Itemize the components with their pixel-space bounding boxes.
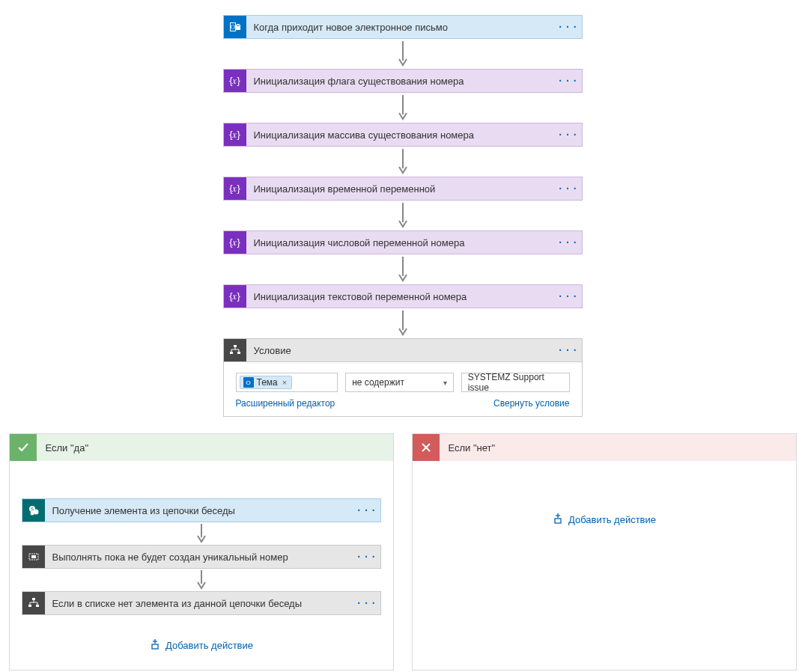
variable-step[interactable]: {𝑥} Инициализация текстовой переменной н… bbox=[223, 284, 583, 308]
operator-value: не содержит bbox=[352, 377, 404, 388]
step-menu-button[interactable]: · · · bbox=[353, 551, 380, 563]
svg-rect-15 bbox=[230, 352, 233, 354]
svg-rect-23 bbox=[31, 555, 36, 558]
add-action-button[interactable]: Добавить действие bbox=[552, 513, 656, 526]
condition-left-operand[interactable]: O Тема × bbox=[236, 373, 338, 392]
svg-rect-25 bbox=[32, 598, 35, 600]
branch-no: Если "нет" Добавить действие bbox=[412, 433, 797, 671]
step-menu-button[interactable]: · · · bbox=[353, 504, 380, 516]
svg-text:O: O bbox=[231, 24, 235, 31]
condition-branches: Если "да" S Получение элемента из цепочк… bbox=[6, 433, 799, 671]
svg-rect-30 bbox=[28, 605, 31, 607]
svg-rect-37 bbox=[555, 519, 561, 523]
add-action-button[interactable]: Добавить действие bbox=[149, 639, 253, 652]
arrow-icon bbox=[398, 308, 408, 338]
svg-rect-31 bbox=[36, 605, 39, 607]
loop-icon bbox=[22, 546, 45, 568]
branch-yes: Если "да" S Получение элемента из цепочк… bbox=[9, 433, 394, 671]
arrow-icon bbox=[398, 147, 408, 177]
branch-no-title: Если "нет" bbox=[440, 442, 505, 453]
svg-rect-10 bbox=[234, 345, 237, 347]
variable-step[interactable]: {𝑥} Инициализация временной переменной ·… bbox=[223, 177, 583, 201]
add-action-icon bbox=[552, 513, 564, 526]
condition-icon bbox=[22, 592, 45, 614]
step-menu-button[interactable]: · · · bbox=[555, 21, 582, 33]
arrow-icon bbox=[398, 201, 408, 230]
flow-canvas: O Когда приходит новое электронное письм… bbox=[6, 15, 799, 671]
svg-point-18 bbox=[33, 510, 38, 515]
condition-card: Условие · · · O Тема × не содержит ▾ SYS… bbox=[223, 338, 583, 417]
condition-icon bbox=[224, 339, 246, 361]
step-title: Инициализация массива существования номе… bbox=[246, 129, 555, 141]
step-title: Инициализация текстовой переменной номер… bbox=[246, 291, 555, 302]
condition-operator-select[interactable]: не содержит ▾ bbox=[345, 373, 454, 392]
collapse-condition-link[interactable]: Свернуть условие bbox=[493, 398, 569, 409]
step-title: Если в списке нет элемента из данной цеп… bbox=[45, 598, 353, 609]
nested-condition-step[interactable]: Если в списке нет элемента из данной цеп… bbox=[22, 591, 381, 615]
outlook-icon: O bbox=[243, 377, 254, 388]
sharepoint-icon: S bbox=[22, 499, 45, 522]
add-action-label: Добавить действие bbox=[165, 640, 253, 651]
check-icon bbox=[10, 434, 37, 461]
variable-icon: {𝑥} bbox=[224, 70, 246, 92]
step-title: Инициализация флага существования номера bbox=[246, 76, 555, 87]
variable-icon: {𝑥} bbox=[224, 123, 246, 146]
variable-step[interactable]: {𝑥} Инициализация массива существования … bbox=[223, 123, 583, 147]
condition-value: SYSTEMZ Support issue bbox=[468, 372, 563, 393]
loop-step[interactable]: Выполнять пока не будет создан уникальны… bbox=[22, 545, 381, 569]
step-menu-button[interactable]: · · · bbox=[555, 183, 582, 195]
step-menu-button[interactable]: · · · bbox=[555, 236, 582, 248]
step-menu-button[interactable]: · · · bbox=[555, 129, 582, 141]
chevron-down-icon: ▾ bbox=[443, 379, 447, 387]
condition-title: Условие bbox=[246, 345, 555, 356]
trigger-title: Когда приходит новое электронное письмо bbox=[246, 22, 555, 33]
condition-header[interactable]: Условие · · · bbox=[224, 339, 582, 362]
step-title: Инициализация временной переменной bbox=[246, 183, 555, 195]
arrow-icon bbox=[398, 93, 408, 123]
sharepoint-step[interactable]: S Получение элемента из цепочки беседы ·… bbox=[22, 498, 381, 522]
step-title: Инициализация числовой переменной номера bbox=[246, 237, 555, 248]
variable-icon: {𝑥} bbox=[224, 177, 246, 200]
variable-step[interactable]: {𝑥} Инициализация числовой переменной но… bbox=[223, 230, 583, 254]
variable-icon: {𝑥} bbox=[224, 285, 246, 308]
variable-step[interactable]: {𝑥} Инициализация флага существования но… bbox=[223, 69, 583, 93]
trigger-step[interactable]: O Когда приходит новое электронное письм… bbox=[223, 15, 583, 39]
add-action-icon bbox=[149, 639, 161, 652]
token-remove-button[interactable]: × bbox=[281, 378, 288, 387]
step-menu-button[interactable]: · · · bbox=[555, 290, 582, 302]
step-menu-button[interactable]: · · · bbox=[555, 75, 582, 87]
svg-point-19 bbox=[30, 512, 34, 516]
condition-body: O Тема × не содержит ▾ SYSTEMZ Support i… bbox=[224, 362, 582, 416]
arrow-icon bbox=[196, 522, 207, 545]
svg-rect-16 bbox=[237, 352, 240, 354]
svg-rect-32 bbox=[152, 644, 158, 649]
branch-yes-header: Если "да" bbox=[10, 434, 393, 461]
token-label: Тема bbox=[257, 377, 278, 388]
arrow-icon bbox=[398, 254, 408, 284]
variable-icon: {𝑥} bbox=[224, 231, 246, 254]
svg-text:S: S bbox=[30, 507, 33, 511]
step-menu-button[interactable]: · · · bbox=[353, 597, 380, 609]
arrow-icon bbox=[196, 569, 207, 591]
outlook-icon: O bbox=[224, 16, 246, 38]
step-menu-button[interactable]: · · · bbox=[555, 344, 582, 356]
dynamic-content-token[interactable]: O Тема × bbox=[240, 376, 293, 389]
step-title: Выполнять пока не будет создан уникальны… bbox=[45, 552, 353, 563]
branch-no-header: Если "нет" bbox=[413, 434, 796, 461]
step-title: Получение элемента из цепочки беседы bbox=[45, 505, 353, 516]
advanced-editor-link[interactable]: Расширенный редактор bbox=[236, 398, 335, 409]
arrow-icon bbox=[398, 39, 408, 69]
add-action-label: Добавить действие bbox=[568, 514, 656, 525]
condition-value-input[interactable]: SYSTEMZ Support issue bbox=[461, 373, 570, 392]
close-icon bbox=[413, 434, 440, 461]
branch-yes-title: Если "да" bbox=[37, 442, 98, 453]
